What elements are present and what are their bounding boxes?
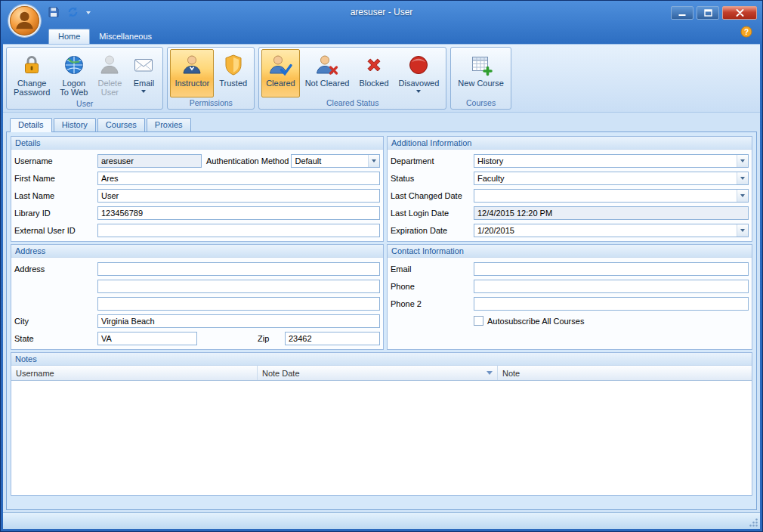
blocked-button[interactable]: Blocked [354, 49, 393, 97]
last-name-input[interactable] [97, 189, 380, 203]
resize-grip[interactable] [749, 518, 758, 527]
zip-label: Zip [258, 334, 269, 343]
new-course-button[interactable]: New Course [453, 49, 508, 97]
change-password-button[interactable]: ChangePassword [9, 49, 54, 98]
groupbox-notes-header: Notes [11, 353, 752, 366]
department-input[interactable] [474, 155, 737, 167]
autosubscribe-checkbox[interactable] [474, 316, 483, 326]
groupbox-details: Details Username Authentication Method [11, 136, 384, 242]
window: aresuser - User Home Miscellaneous ? Cha… [0, 0, 763, 532]
groupbox-address: Address Address [11, 244, 384, 350]
tab-proxies[interactable]: Proxies [147, 118, 191, 131]
address-line2-input[interactable] [97, 280, 380, 293]
dropdown-arrow-icon[interactable] [737, 155, 748, 167]
notes-column-note[interactable]: Note [498, 366, 752, 380]
logon-to-web-button[interactable]: LogonTo Web [55, 49, 92, 98]
window-title: aresuser - User [351, 7, 413, 17]
groupbox-additional-information: Additional Information Department Status [387, 136, 752, 242]
email-input[interactable] [474, 262, 749, 276]
last-login-date-input[interactable] [474, 206, 749, 220]
phone2-input[interactable] [474, 297, 749, 311]
instructor-button[interactable]: Instructor [170, 49, 214, 97]
zip-input[interactable] [285, 332, 380, 345]
notes-column-note-date[interactable]: Note Date [258, 366, 498, 380]
last-changed-date-input[interactable] [474, 190, 737, 202]
phone-label: Phone [391, 282, 474, 291]
state-input[interactable] [97, 332, 197, 345]
details-panel: Details Username Authentication Method [6, 131, 757, 510]
help-icon: ? [740, 26, 752, 40]
app-menu-button[interactable] [8, 4, 42, 38]
sort-indicator-icon [487, 371, 493, 375]
stop-icon [406, 53, 431, 77]
address-line3-input[interactable] [97, 297, 380, 311]
phone-input[interactable] [474, 280, 749, 293]
instructor-icon [180, 53, 204, 77]
library-id-label: Library ID [14, 209, 97, 218]
expiration-date-input[interactable] [474, 224, 737, 237]
username-input[interactable] [97, 154, 202, 168]
not-cleared-button[interactable]: Not Cleared [301, 49, 354, 97]
dropdown-arrow-icon[interactable] [737, 190, 748, 202]
address-line1-input[interactable] [97, 262, 380, 276]
svg-text:?: ? [744, 28, 749, 36]
city-input[interactable] [97, 314, 380, 328]
tab-details[interactable]: Details [10, 118, 52, 132]
maximize-button[interactable] [697, 6, 719, 20]
ribbon-group-user: ChangePassword LogonTo Web DeleteUser Em… [6, 47, 163, 110]
first-name-input[interactable] [97, 172, 380, 185]
delete-user-button[interactable]: DeleteUser [93, 49, 126, 98]
help-button[interactable]: ? [740, 26, 752, 40]
dropdown-arrow-icon[interactable] [737, 172, 748, 184]
globe-icon [62, 53, 86, 77]
phone2-label: Phone 2 [391, 299, 474, 308]
trusted-button[interactable]: Trusted [215, 49, 252, 97]
cleared-button[interactable]: Cleared [261, 49, 300, 97]
refresh-button[interactable] [64, 5, 82, 22]
expiration-date-label: Expiration Date [391, 226, 474, 235]
library-id-input[interactable] [97, 206, 380, 220]
last-name-label: Last Name [14, 191, 97, 200]
username-label: Username [14, 156, 97, 165]
tab-courses[interactable]: Courses [97, 118, 145, 131]
external-user-id-input[interactable] [97, 224, 380, 237]
groupbox-details-header: Details [11, 137, 383, 150]
notes-column-username[interactable]: Username [11, 366, 258, 380]
ribbon-tab-miscellaneous[interactable]: Miscellaneous [90, 29, 161, 44]
department-label: Department [391, 156, 474, 165]
user-check-icon [268, 53, 292, 77]
address-label: Address [14, 264, 97, 274]
view-tabstrip: Details History Courses Proxies [3, 116, 760, 131]
close-button[interactable] [722, 6, 757, 20]
notes-table-header: Username Note Date Note [11, 366, 752, 381]
email-button[interactable]: Email [127, 49, 160, 98]
groupbox-notes: Notes Username Note Date Note [11, 352, 752, 496]
ribbon: ChangePassword LogonTo Web DeleteUser Em… [3, 45, 760, 113]
groupbox-contact-information: Contact Information Email Phone Phone 2 [387, 244, 752, 350]
department-combo [474, 154, 749, 168]
ribbon-group-permissions: Instructor Trusted Permissions [167, 47, 255, 110]
disavowed-button[interactable]: Disavowed [394, 49, 444, 97]
last-login-date-label: Last Login Date [391, 209, 474, 218]
dropdown-caret-icon [141, 90, 146, 93]
save-button[interactable] [45, 5, 62, 22]
group-caption-cleared-status: Cleared Status [259, 97, 446, 109]
email-label: Email [391, 264, 474, 274]
dropdown-arrow-icon[interactable] [737, 224, 748, 237]
auth-method-input[interactable] [292, 155, 368, 167]
ribbon-group-cleared-status: Cleared Not Cleared Blocked Disavowed [258, 47, 446, 110]
ribbon-tab-home[interactable]: Home [48, 29, 90, 44]
dropdown-caret-icon [416, 90, 421, 93]
groupbox-additional-header: Additional Information [388, 137, 752, 150]
city-label: City [14, 317, 97, 326]
groupbox-address-header: Address [11, 245, 383, 258]
dropdown-arrow-icon[interactable] [368, 155, 379, 167]
first-name-label: First Name [14, 174, 97, 183]
notes-table-body[interactable] [11, 381, 752, 495]
minimize-button[interactable] [671, 6, 693, 20]
status-input[interactable] [474, 172, 737, 184]
external-user-id-label: External User ID [14, 226, 97, 235]
last-changed-date-label: Last Changed Date [391, 191, 474, 200]
tab-history[interactable]: History [54, 118, 96, 131]
quick-access-menu-button[interactable] [84, 10, 93, 16]
